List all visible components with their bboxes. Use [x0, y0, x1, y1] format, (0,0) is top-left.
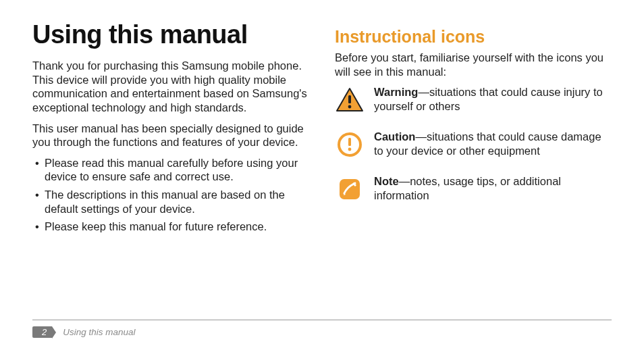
section-title: Instructional icons: [335, 27, 612, 47]
warning-text: Warning—situations that could cause inju…: [374, 85, 612, 113]
note-label: Note: [374, 175, 399, 187]
note-text: Note—notes, usage tips, or additional in…: [374, 174, 612, 202]
icon-row-caution: Caution—situations that could cause dama…: [335, 130, 612, 159]
page-columns: Using this manual Thank you for purchasi…: [32, 20, 612, 238]
warning-label: Warning: [374, 86, 418, 98]
bullet-list: Please read this manual carefully before…: [32, 156, 309, 234]
caution-icon: [335, 130, 365, 159]
list-item: Please keep this manual for future refer…: [34, 220, 309, 234]
left-column: Using this manual Thank you for purchasi…: [32, 20, 309, 238]
svg-point-2: [348, 105, 352, 109]
caution-label: Caution: [374, 130, 415, 143]
page-title: Using this manual: [32, 20, 309, 49]
icon-row-warning: Warning—situations that could cause inju…: [335, 85, 612, 115]
svg-rect-1: [348, 95, 351, 103]
footer-label: Using this manual: [63, 327, 135, 337]
warning-icon: [335, 85, 365, 115]
svg-rect-6: [340, 179, 360, 199]
svg-rect-4: [348, 138, 351, 146]
right-column: Instructional icons Before you start, fa…: [335, 20, 612, 238]
intro-paragraph-2: This user manual has been specially desi…: [32, 122, 309, 149]
caution-text: Caution—situations that could cause dama…: [374, 130, 612, 157]
intro-paragraph-1: Thank you for purchasing this Samsung mo…: [32, 59, 309, 115]
note-icon: [335, 174, 365, 204]
section-intro: Before you start, familiarise yourself w…: [335, 51, 612, 78]
footer-divider: [32, 320, 612, 320]
page-number: 2: [32, 326, 52, 338]
list-item: Please read this manual carefully before…: [34, 156, 309, 184]
note-desc: —notes, usage tips, or additional inform…: [374, 175, 561, 201]
page-footer: 2 Using this manual: [32, 326, 136, 338]
icon-row-note: Note—notes, usage tips, or additional in…: [335, 174, 612, 204]
list-item: The descriptions in this manual are base…: [34, 188, 309, 216]
svg-point-5: [348, 148, 352, 151]
